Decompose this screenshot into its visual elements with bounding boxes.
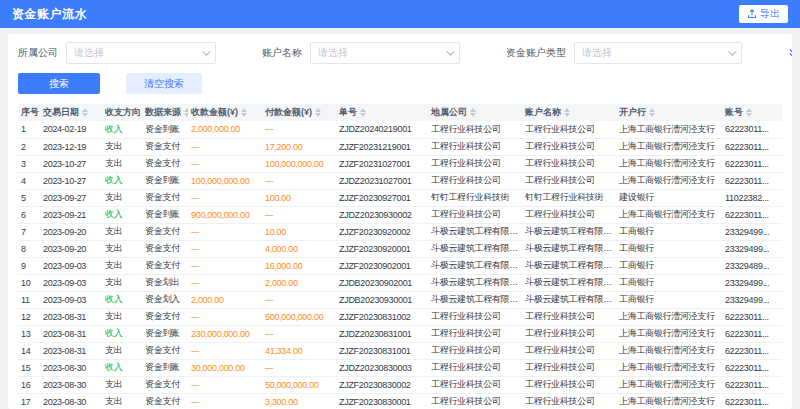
pay-amount-cell: 10.00 <box>262 223 336 240</box>
column-header-index: 序号 <box>18 104 40 121</box>
export-button[interactable]: 导出 <box>739 5 788 23</box>
table-row[interactable]: 112023-09-03收入资金划入2,000.00---ZJDB2023093… <box>18 291 782 308</box>
column-header-pay-amount[interactable]: 付款金额(¥) <box>262 104 336 121</box>
source-cell: 资金支付 <box>142 155 188 172</box>
clear-search-button[interactable]: 清空搜索 <box>126 73 202 94</box>
table-row[interactable]: 152023-08-30收入资金到账30,000,000.00---ZJDZ20… <box>18 359 782 376</box>
table-row[interactable]: 102023-09-03支出资金划出---2,000.00ZJDB2023090… <box>18 274 782 291</box>
account-no-cell: 62223011... <box>722 121 782 138</box>
direction-cell: 支出 <box>102 257 142 274</box>
direction-cell: 收入 <box>102 172 142 189</box>
receive-amount-cell: 900,000,000.00 <box>188 206 262 223</box>
account-name-select-placeholder: 请选择 <box>318 46 348 60</box>
index-cell: 10 <box>18 274 40 291</box>
direction-cell: 支出 <box>102 342 142 359</box>
sort-icon[interactable] <box>241 108 247 117</box>
bank-cell: 工商银行 <box>616 257 722 274</box>
direction-cell: 支出 <box>102 155 142 172</box>
date-cell: 2023-10-27 <box>40 172 102 189</box>
bank-cell: 建设银行 <box>616 189 722 206</box>
company-cell: 工程行业科技公司 <box>428 325 522 342</box>
column-header-source[interactable]: 数据来源 <box>142 104 188 121</box>
sort-icon[interactable] <box>649 108 655 117</box>
sort-icon[interactable] <box>315 108 321 117</box>
column-header-account-no[interactable]: 账号 <box>722 104 782 121</box>
table-row[interactable]: 92023-09-03支出资金支付---16,000.00ZJZF2023090… <box>18 257 782 274</box>
table-row[interactable]: 52023-09-27支出资金支付---100.00ZJZF2023092700… <box>18 189 782 206</box>
table-row[interactable]: 32023-10-27支出资金支付---100,000,000.00ZJZF20… <box>18 155 782 172</box>
pay-amount-cell: 3,300.00 <box>262 393 336 409</box>
table-row[interactable]: 12024-02-19收入资金到账2,000,000.00---ZJDZ2024… <box>18 121 782 138</box>
sort-icon[interactable] <box>82 108 88 117</box>
column-header-direction[interactable]: 收支方向 <box>102 104 142 121</box>
receive-amount-cell: 30,000,000.00 <box>188 359 262 376</box>
date-cell: 2023-08-30 <box>40 376 102 393</box>
index-cell: 3 <box>18 155 40 172</box>
date-cell: 2023-12-19 <box>40 138 102 155</box>
search-button-row: 搜索 清空搜索 <box>18 73 782 94</box>
page-title: 资金账户流水 <box>12 6 87 23</box>
column-header-bank[interactable]: 开户行 <box>616 104 722 121</box>
table-row[interactable]: 132023-08-31收入资金到账230,000,000.00---ZJDZ2… <box>18 325 782 342</box>
sort-icon[interactable] <box>470 108 476 117</box>
table-row[interactable]: 22023-12-19支出资金支付---17,200.00ZJZF2023121… <box>18 138 782 155</box>
column-header-company[interactable]: 地属公司 <box>428 104 522 121</box>
expand-filter-link[interactable]: 展开筛选 <box>788 46 792 60</box>
table-row[interactable]: 82023-09-20支出资金支付---4,000.00ZJZF20230920… <box>18 240 782 257</box>
sort-icon[interactable] <box>184 108 188 117</box>
index-cell: 4 <box>18 172 40 189</box>
filter-field-company: 所属公司 请选择 <box>18 42 216 64</box>
pay-amount-cell: 41,334.00 <box>262 342 336 359</box>
account-name-cell: 斗极云建筑工程有限公司 <box>522 274 616 291</box>
receive-amount-cell: --- <box>188 376 262 393</box>
source-cell: 资金支付 <box>142 342 188 359</box>
index-cell: 7 <box>18 223 40 240</box>
account-name-cell: 斗极云建筑工程有限公司 <box>522 291 616 308</box>
order-no-cell: ZJDZ20231027001 <box>336 172 428 189</box>
column-header-receive-amount[interactable]: 收款金额(¥) <box>188 104 262 121</box>
table-row[interactable]: 122023-08-31支出资金支付---500,000,000.00ZJZF2… <box>18 308 782 325</box>
sort-icon[interactable] <box>746 108 752 117</box>
account-name-select[interactable]: 请选择 <box>310 42 460 64</box>
account-type-select[interactable]: 请选择 <box>574 42 742 64</box>
bank-cell: 上海工商银行漕河泾支行 <box>616 325 722 342</box>
pay-amount-cell: --- <box>262 121 336 138</box>
bank-cell: 工商银行 <box>616 223 722 240</box>
table-row[interactable]: 72023-09-20支出资金支付---10.00ZJZF20230920002… <box>18 223 782 240</box>
date-cell: 2023-08-31 <box>40 308 102 325</box>
direction-cell: 支出 <box>102 223 142 240</box>
account-no-cell: 62223011... <box>722 172 782 189</box>
index-cell: 12 <box>18 308 40 325</box>
date-cell: 2023-09-03 <box>40 274 102 291</box>
order-no-cell: ZJZF20231219001 <box>336 138 428 155</box>
column-header-date[interactable]: 交易日期 <box>40 104 102 121</box>
export-button-label: 导出 <box>760 7 780 21</box>
source-cell: 资金支付 <box>142 393 188 409</box>
table-row[interactable]: 172023-08-30支出资金支付---3,300.00ZJZF2023083… <box>18 393 782 409</box>
account-name-cell: 工程行业科技公司 <box>522 325 616 342</box>
company-cell: 斗极云建筑工程有限公司 <box>428 240 522 257</box>
bank-cell: 上海工商银行漕河泾支行 <box>616 359 722 376</box>
source-cell: 资金到账 <box>142 359 188 376</box>
account-no-cell: 62223011... <box>722 376 782 393</box>
receive-amount-cell: 100,000,000.00 <box>188 172 262 189</box>
account-no-cell: 23329489... <box>722 257 782 274</box>
search-button[interactable]: 搜索 <box>18 73 100 94</box>
account-no-cell: 62223011... <box>722 155 782 172</box>
table-row[interactable]: 62023-09-21收入资金到账900,000,000.00---ZJDZ20… <box>18 206 782 223</box>
column-header-order-no[interactable]: 单号 <box>336 104 428 121</box>
account-name-cell: 工程行业科技公司 <box>522 121 616 138</box>
account-no-cell: 62223011... <box>722 308 782 325</box>
sort-icon[interactable] <box>564 108 570 117</box>
table-row[interactable]: 162023-08-30支出资金支付---50,000,000.00ZJZF20… <box>18 376 782 393</box>
chevron-down-icon <box>202 47 210 55</box>
filter-label-account-type: 资金账户类型 <box>506 46 566 60</box>
date-cell: 2023-08-31 <box>40 325 102 342</box>
column-header-account-name[interactable]: 账户名称 <box>522 104 616 121</box>
bank-cell: 上海工商银行漕河泾支行 <box>616 393 722 409</box>
table-row[interactable]: 42023-10-27收入资金到账100,000,000.00---ZJDZ20… <box>18 172 782 189</box>
order-no-cell: ZJZF20230902001 <box>336 257 428 274</box>
sort-icon[interactable] <box>360 108 366 117</box>
company-select[interactable]: 请选择 <box>66 42 216 64</box>
table-row[interactable]: 142023-08-31支出资金支付---41,334.00ZJZF202308… <box>18 342 782 359</box>
